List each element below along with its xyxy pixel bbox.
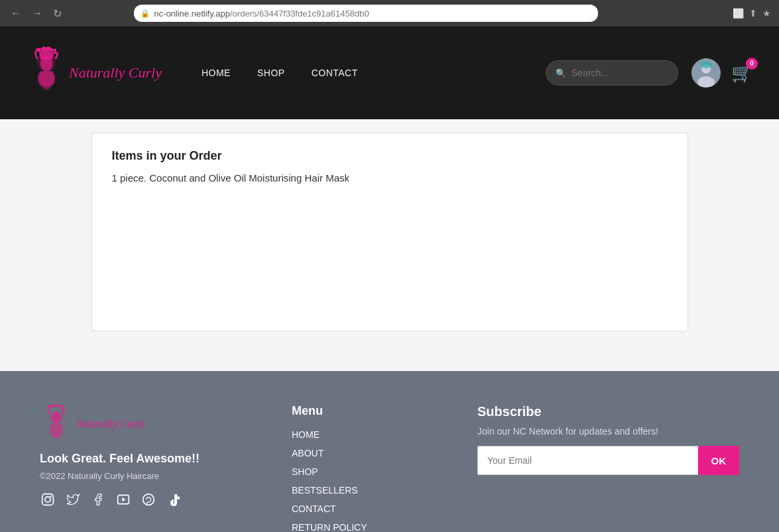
cart-count-badge: 0 <box>746 58 758 70</box>
browser-chrome: ← → ↻ 🔒 nc-online.netlify.app /orders/63… <box>0 0 779 27</box>
svg-marker-12 <box>122 498 125 502</box>
url-path: /orders/63447f33fde1c91a61458db0 <box>230 9 369 19</box>
footer-menu-list-item: ABOUT <box>292 447 424 459</box>
subscribe-form: OK <box>477 446 739 475</box>
footer-menu: Menu HOMEABOUTSHOPBESTSELLERSCONTACTRETU… <box>292 404 424 532</box>
site-header: Naturally Curly HOME SHOP CONTACT 🔍 🛒 <box>0 27 779 119</box>
bookmark-button[interactable]: ★ <box>762 8 771 19</box>
ok-button[interactable]: OK <box>698 446 740 475</box>
share-button[interactable]: ⬆ <box>749 8 757 19</box>
svg-point-6 <box>701 62 711 68</box>
footer-menu-list: HOMEABOUTSHOPBESTSELLERSCONTACTRETURN PO… <box>292 429 424 532</box>
social-icons <box>40 492 239 507</box>
url-base: nc-online.netlify.app <box>154 9 230 19</box>
svg-point-13 <box>143 494 154 505</box>
footer-menu-list-item: CONTACT <box>292 503 424 515</box>
footer-subscribe: Subscribe Join our NC Network for update… <box>477 404 739 532</box>
avatar[interactable] <box>691 58 721 87</box>
footer-brand: Naturally Curly Look Great. Feel Awesome… <box>40 404 239 532</box>
facebook-icon[interactable] <box>90 492 106 507</box>
avatar-image <box>691 58 721 87</box>
header-actions: 🛒 0 <box>691 58 752 87</box>
footer-copyright: ©2022 Naturally Curly Haircare <box>40 471 239 481</box>
subscribe-subtext: Join our NC Network for updates and offe… <box>477 426 739 437</box>
logo-icon <box>27 46 66 99</box>
footer-menu-item-bestsellers[interactable]: BESTSELLERS <box>292 485 358 496</box>
cart-button[interactable]: 🛒 0 <box>731 63 752 83</box>
footer-menu-item-shop[interactable]: SHOP <box>292 466 318 477</box>
nav-home[interactable]: HOME <box>202 68 231 78</box>
lock-icon: 🔒 <box>141 9 150 18</box>
footer-menu-item-home[interactable]: HOME <box>292 429 320 440</box>
email-input[interactable] <box>477 446 698 475</box>
order-card: Items in your Order 1 piece. Coconut and… <box>91 133 688 331</box>
svg-point-9 <box>45 497 50 502</box>
order-items-title: Items in your Order <box>112 149 668 163</box>
footer-logo-icon <box>40 404 73 444</box>
logo-link[interactable]: Naturally Curly <box>27 46 162 99</box>
subscribe-heading: Subscribe <box>477 404 739 419</box>
footer-logo-text: Naturally Curly <box>77 418 145 430</box>
search-input[interactable] <box>571 68 668 78</box>
footer-tagline: Look Great. Feel Awesome!! <box>40 452 239 466</box>
search-icon: 🔍 <box>556 68 566 78</box>
footer-menu-list-item: BESTSELLERS <box>292 484 424 496</box>
footer-menu-list-item: HOME <box>292 429 424 441</box>
instagram-icon[interactable] <box>40 492 56 507</box>
svg-point-7 <box>51 411 62 423</box>
svg-point-2 <box>40 56 52 71</box>
tiktok-icon[interactable] <box>166 492 182 507</box>
footer-menu-item-about[interactable]: ABOUT <box>292 448 324 458</box>
footer-menu-list-item: RETURN POLICY <box>292 521 424 532</box>
footer-menu-list-item: SHOP <box>292 466 424 478</box>
browser-actions: ⬜ ⬆ ★ <box>733 8 771 19</box>
nav-shop[interactable]: SHOP <box>257 68 285 78</box>
nav-contact[interactable]: CONTACT <box>312 68 358 78</box>
extensions-button[interactable]: ⬜ <box>733 8 744 19</box>
back-button[interactable]: ← <box>8 5 24 22</box>
footer-logo: Naturally Curly <box>40 404 239 444</box>
order-items-detail: 1 piece. Coconut and Olive Oil Moisturis… <box>112 172 668 184</box>
footer-top: Naturally Curly Look Great. Feel Awesome… <box>40 404 739 532</box>
svg-rect-8 <box>42 494 54 505</box>
footer-menu-item-return-policy[interactable]: RETURN POLICY <box>292 522 367 532</box>
svg-point-10 <box>50 496 52 498</box>
twitter-icon[interactable] <box>65 492 81 507</box>
footer-menu-item-contact[interactable]: CONTACT <box>292 504 336 514</box>
reload-button[interactable]: ↻ <box>50 5 64 23</box>
forward-button[interactable]: → <box>29 5 45 22</box>
footer-menu-heading: Menu <box>292 404 424 418</box>
site-nav: HOME SHOP CONTACT <box>202 68 358 78</box>
main-content: Items in your Order 1 piece. Coconut and… <box>0 119 779 371</box>
search-bar[interactable]: 🔍 <box>546 60 678 85</box>
pinterest-icon[interactable] <box>141 492 156 507</box>
youtube-icon[interactable] <box>115 492 131 507</box>
site-footer: Naturally Curly Look Great. Feel Awesome… <box>0 371 779 532</box>
address-bar[interactable]: 🔒 nc-online.netlify.app /orders/63447f33… <box>134 5 598 22</box>
logo-text: Naturally Curly <box>69 64 162 81</box>
